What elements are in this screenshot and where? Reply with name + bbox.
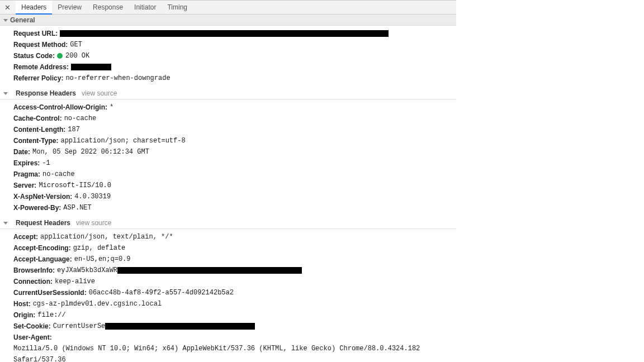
close-icon[interactable]: ✕ bbox=[3, 3, 11, 11]
value: CurrentUserSe bbox=[53, 321, 106, 332]
label: Request URL: bbox=[13, 28, 58, 39]
row: Date:Mon, 05 Sep 2022 06:12:34 GMT bbox=[13, 146, 456, 158]
label: BrowserInfo: bbox=[13, 265, 55, 276]
section-title: Response Headers bbox=[16, 89, 76, 97]
response-headers-list: Access-Control-Allow-Origin:* Cache-Cont… bbox=[0, 99, 456, 217]
section-title: General bbox=[10, 16, 35, 24]
row-referrer-policy: Referrer Policy: no-referrer-when-downgr… bbox=[13, 73, 456, 84]
label: Connection: bbox=[13, 276, 53, 287]
section-general[interactable]: General bbox=[0, 15, 456, 26]
value: no-cache bbox=[64, 113, 97, 124]
tab-bar: ✕ Headers Preview Response Initiator Tim… bbox=[0, 0, 456, 15]
redacted-value bbox=[71, 64, 111, 70]
redacted-value bbox=[117, 267, 302, 274]
view-source-link[interactable]: view source bbox=[82, 89, 117, 97]
value: en-US,en;q=0.9 bbox=[74, 254, 131, 265]
row: Expires:-1 bbox=[13, 158, 456, 169]
label: User-Agent: bbox=[13, 332, 52, 343]
chevron-down-icon bbox=[3, 222, 8, 225]
row-status-code: Status Code: 200 OK bbox=[13, 50, 456, 61]
row-request-url: Request URL: bbox=[13, 28, 456, 39]
label: Cache-Control: bbox=[13, 113, 62, 124]
label: Accept-Language: bbox=[13, 254, 72, 265]
row: Content-Length:187 bbox=[13, 124, 456, 135]
row-remote-address: Remote Address: bbox=[13, 61, 456, 73]
tab-headers[interactable]: Headers bbox=[16, 1, 52, 15]
row: X-Powered-By:ASP.NET bbox=[13, 202, 456, 213]
tab-timing[interactable]: Timing bbox=[162, 1, 193, 15]
label: Accept: bbox=[13, 231, 38, 242]
row: Server:Microsoft-IIS/10.0 bbox=[13, 180, 456, 191]
section-title: Request Headers bbox=[16, 219, 70, 227]
row-origin: Origin:file:// bbox=[13, 309, 456, 321]
label: Expires: bbox=[13, 158, 40, 169]
row: Content-Type:application/json; charset=u… bbox=[13, 135, 456, 146]
value: Mozilla/5.0 (Windows NT 10.0; Win64; x64… bbox=[13, 343, 456, 362]
value: gzip, deflate bbox=[73, 242, 126, 254]
row: Cache-Control:no-cache bbox=[13, 113, 456, 124]
label: Content-Type: bbox=[13, 135, 58, 146]
status-dot-icon bbox=[57, 53, 63, 59]
row-user-agent: User-Agent:Mozilla/5.0 (Windows NT 10.0;… bbox=[13, 332, 456, 362]
label: X-AspNet-Version: bbox=[13, 191, 72, 202]
row-host: Host:cgs-az-plmdev01.dev.cgsinc.local bbox=[13, 298, 456, 309]
redacted-value bbox=[60, 30, 389, 37]
row-accept-encoding: Accept-Encoding:gzip, deflate bbox=[13, 242, 456, 254]
label: Accept-Encoding: bbox=[13, 242, 71, 254]
tab-preview[interactable]: Preview bbox=[52, 1, 87, 15]
row-browserinfo: BrowserInfo: eyJXaW5kb3dXaWR bbox=[13, 265, 456, 276]
section-response-headers[interactable]: Response Headers view source bbox=[0, 87, 456, 99]
row: Access-Control-Allow-Origin:* bbox=[13, 102, 456, 113]
value: * bbox=[110, 102, 113, 113]
tab-initiator[interactable]: Initiator bbox=[129, 1, 162, 15]
row: X-AspNet-Version:4.0.30319 bbox=[13, 191, 456, 202]
label: Date: bbox=[13, 146, 30, 158]
label: Origin: bbox=[13, 309, 35, 321]
chevron-down-icon bbox=[3, 92, 8, 95]
request-headers-list: Accept:application/json, text/plain, */*… bbox=[0, 229, 456, 362]
value: eyJXaW5kb3dXaWR bbox=[57, 265, 117, 276]
value: 187 bbox=[68, 124, 80, 135]
value: keep-alive bbox=[55, 276, 95, 287]
redacted-value bbox=[105, 323, 255, 330]
value: Mon, 05 Sep 2022 06:12:34 GMT bbox=[32, 146, 149, 158]
value: 200 OK bbox=[65, 50, 89, 61]
label: Host: bbox=[13, 298, 31, 309]
value: 4.0.30319 bbox=[74, 191, 111, 202]
value: ASP.NET bbox=[63, 202, 91, 213]
row-connection: Connection:keep-alive bbox=[13, 276, 456, 287]
view-source-link[interactable]: view source bbox=[76, 219, 111, 227]
value: file:// bbox=[37, 309, 65, 321]
value: no-referrer-when-downgrade bbox=[65, 73, 170, 84]
value: 06acc48b-4af8-49f2-a557-4d092142b5a2 bbox=[89, 287, 234, 298]
label: Server: bbox=[13, 180, 36, 191]
row-request-method: Request Method: GET bbox=[13, 39, 456, 50]
label: CurrentUserSessionId: bbox=[13, 287, 87, 298]
row-currentusersessionid: CurrentUserSessionId:06acc48b-4af8-49f2-… bbox=[13, 287, 456, 298]
value: -1 bbox=[42, 158, 50, 169]
row: Pragma:no-cache bbox=[13, 169, 456, 180]
section-request-headers[interactable]: Request Headers view source bbox=[0, 217, 456, 229]
label: Request Method: bbox=[13, 39, 68, 50]
label: Status Code: bbox=[13, 50, 55, 61]
chevron-down-icon bbox=[3, 19, 8, 22]
label: Content-Length: bbox=[13, 124, 65, 135]
value: Microsoft-IIS/10.0 bbox=[39, 180, 111, 191]
label: X-Powered-By: bbox=[13, 202, 61, 213]
value: cgs-az-plmdev01.dev.cgsinc.local bbox=[33, 298, 162, 309]
value: application/json; charset=utf-8 bbox=[60, 135, 185, 146]
label: Referrer Policy: bbox=[13, 73, 63, 84]
value: GET bbox=[70, 39, 82, 50]
label: Pragma: bbox=[13, 169, 40, 180]
value: application/json, text/plain, */* bbox=[40, 231, 173, 242]
general-list: Request URL: Request Method: GET Status … bbox=[0, 26, 456, 87]
row-accept: Accept:application/json, text/plain, */* bbox=[13, 231, 456, 242]
devtools-panel: ✕ Headers Preview Response Initiator Tim… bbox=[0, 0, 456, 362]
value: no-cache bbox=[42, 169, 75, 180]
row-accept-language: Accept-Language:en-US,en;q=0.9 bbox=[13, 254, 456, 265]
label: Set-Cookie: bbox=[13, 321, 51, 332]
label: Remote Address: bbox=[13, 61, 69, 73]
tab-response[interactable]: Response bbox=[87, 1, 129, 15]
label: Access-Control-Allow-Origin: bbox=[13, 102, 107, 113]
row-set-cookie: Set-Cookie: CurrentUserSe bbox=[13, 321, 456, 332]
